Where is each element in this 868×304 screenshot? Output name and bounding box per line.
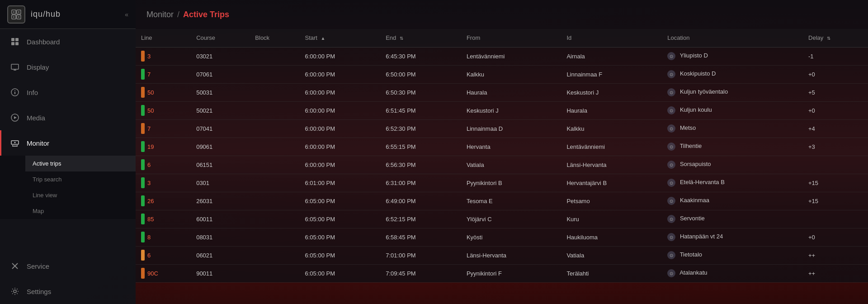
cell-course-11: 06021: [191, 246, 250, 264]
status-dot-7: [141, 177, 145, 188]
col-header-end[interactable]: End ⇅: [380, 29, 461, 47]
sidebar-item-settings[interactable]: Settings: [0, 279, 136, 304]
location-text-12: Atalankatu: [679, 269, 707, 276]
sort-arrow-start: ▲: [321, 36, 326, 41]
cell-end-7: 6:31:00 PM: [380, 174, 461, 192]
table-row[interactable]: 50 50021 6:00:00 PM 6:51:45 PM Keskustor…: [136, 101, 868, 119]
location-icon-0: ⊙: [667, 52, 675, 60]
cell-end-9: 6:52:15 PM: [380, 210, 461, 228]
col-header-course: Course: [191, 29, 250, 47]
col-header-delay[interactable]: Delay ⇅: [803, 29, 868, 47]
status-dot-0: [141, 51, 145, 62]
line-number-4: 7: [147, 125, 151, 132]
table-row[interactable]: 3 03021 6:00:00 PM 6:45:30 PM Lentävänni…: [136, 47, 868, 65]
col-header-from: From: [461, 29, 561, 47]
svg-marker-19: [14, 116, 17, 119]
cell-line-9: 85: [136, 210, 191, 228]
svg-rect-8: [11, 38, 14, 41]
monitor-subnav: Active trips Trip search Line view Map: [0, 156, 136, 219]
cell-course-2: 50031: [191, 83, 250, 101]
sidebar-item-dashboard[interactable]: Dashboard: [0, 29, 136, 54]
cell-delay-1: +0: [803, 65, 868, 83]
table-body: 3 03021 6:00:00 PM 6:45:30 PM Lentävänni…: [136, 47, 868, 282]
nav-bottom-spacer: Service Settings: [0, 253, 136, 304]
table-row[interactable]: 26 26031 6:05:00 PM 6:49:00 PM Tesoma E …: [136, 192, 868, 210]
location-text-0: Yliupisto D: [680, 52, 708, 59]
table-row[interactable]: 7 07061 6:00:00 PM 6:50:00 PM Kalkku Lin…: [136, 65, 868, 83]
cell-end-0: 6:45:30 PM: [380, 47, 461, 65]
table-row[interactable]: 3 0301 6:01:00 PM 6:31:00 PM Pyynikintor…: [136, 174, 868, 192]
sidebar-item-service[interactable]: Service: [0, 253, 136, 279]
sidebar-item-monitor[interactable]: Monitor: [0, 130, 136, 156]
collapse-button[interactable]: «: [125, 11, 128, 18]
line-number-3: 50: [147, 107, 154, 114]
table-row[interactable]: 6 06151 6:00:00 PM 6:56:30 PM Vatiala Lä…: [136, 156, 868, 174]
cell-course-12: 90011: [191, 264, 250, 282]
cell-start-7: 6:01:00 PM: [300, 174, 381, 192]
subnav-active-trips[interactable]: Active trips: [25, 156, 136, 171]
location-icon-11: ⊙: [667, 251, 675, 259]
line-number-11: 6: [147, 252, 151, 259]
location-text-9: Servontie: [680, 215, 705, 222]
location-icon-10: ⊙: [667, 233, 675, 241]
trips-table: Line Course Block Start ▲ End ⇅ From Id …: [136, 29, 868, 283]
cell-block-10: [250, 228, 299, 246]
sidebar-item-info[interactable]: Info: [0, 80, 136, 105]
location-text-7: Etelä-Hervanta B: [680, 179, 725, 185]
cell-from-9: Ylöjärvi C: [461, 210, 561, 228]
breadcrumb-active-trips: Active Trips: [183, 10, 229, 19]
subnav-map[interactable]: Map: [25, 203, 136, 219]
status-dot-3: [141, 105, 145, 116]
status-dot-11: [141, 250, 145, 261]
status-dot-9: [141, 214, 145, 224]
location-text-10: Hatanpään vt 24: [680, 233, 723, 240]
cell-end-2: 6:50:30 PM: [380, 83, 461, 101]
cell-location-3: ⊙ Kuljun koulu: [662, 101, 803, 119]
table-row[interactable]: 7 07041 6:00:00 PM 6:52:30 PM Linnainmaa…: [136, 119, 868, 138]
cell-block-1: [250, 65, 299, 83]
cell-line-0: 3: [136, 47, 191, 65]
cell-from-2: Haurala: [461, 83, 561, 101]
cell-start-2: 6:00:00 PM: [300, 83, 381, 101]
table-row[interactable]: 90C 90011 6:05:00 PM 7:09:45 PM Pyynikin…: [136, 264, 868, 282]
cell-from-3: Keskustori J: [461, 101, 561, 119]
dashboard-label: Dashboard: [27, 38, 60, 46]
subnav-trip-search[interactable]: Trip search: [25, 171, 136, 187]
table-row[interactable]: 8 08031 6:05:00 PM 6:58:45 PM Kyösti Hau…: [136, 228, 868, 246]
table-row[interactable]: 19 09061 6:00:00 PM 6:55:15 PM Hervanta …: [136, 138, 868, 156]
cell-line-8: 26: [136, 192, 191, 210]
sidebar: iqu/hub « Dashboard Display: [0, 0, 136, 304]
sidebar-item-media[interactable]: Media: [0, 105, 136, 130]
status-dot-4: [141, 123, 145, 134]
cell-from-0: Lentävänniemi: [461, 47, 561, 65]
cell-from-6: Vatiala: [461, 156, 561, 174]
cell-course-0: 03021: [191, 47, 250, 65]
line-number-8: 26: [147, 198, 154, 204]
svg-rect-9: [15, 38, 19, 41]
cell-id-9: Kuru: [561, 210, 662, 228]
cell-location-12: ⊙ Atalankatu: [662, 264, 803, 282]
table-row[interactable]: 6 06021 6:05:00 PM 7:01:00 PM Länsi-Herv…: [136, 246, 868, 264]
status-dot-2: [141, 87, 145, 98]
header-bar: Monitor / Active Trips: [136, 0, 868, 29]
cell-start-1: 6:00:00 PM: [300, 65, 381, 83]
cell-id-3: Haurala: [561, 101, 662, 119]
table-row[interactable]: 85 60011 6:05:00 PM 6:52:15 PM Ylöjärvi …: [136, 210, 868, 228]
cell-line-4: 7: [136, 119, 191, 138]
cell-course-10: 08031: [191, 228, 250, 246]
line-number-9: 85: [147, 216, 154, 223]
cell-from-12: Pyynikintori F: [461, 264, 561, 282]
sidebar-item-display[interactable]: Display: [0, 54, 136, 80]
subnav-line-view[interactable]: Line view: [25, 187, 136, 203]
location-text-6: Sorsapuisto: [680, 161, 711, 167]
location-text-2: Kuljun työväentalo: [680, 88, 728, 95]
display-icon: [10, 62, 19, 71]
table-row[interactable]: 50 50031 6:00:00 PM 6:50:30 PM Haurala K…: [136, 83, 868, 101]
location-icon-5: ⊙: [667, 142, 675, 151]
cell-from-1: Kalkku: [461, 65, 561, 83]
cell-from-10: Kyösti: [461, 228, 561, 246]
col-header-start[interactable]: Start ▲: [300, 29, 381, 47]
cell-location-7: ⊙ Etelä-Hervanta B: [662, 174, 803, 192]
cell-delay-6: [803, 156, 868, 174]
monitor-label: Monitor: [27, 139, 49, 147]
